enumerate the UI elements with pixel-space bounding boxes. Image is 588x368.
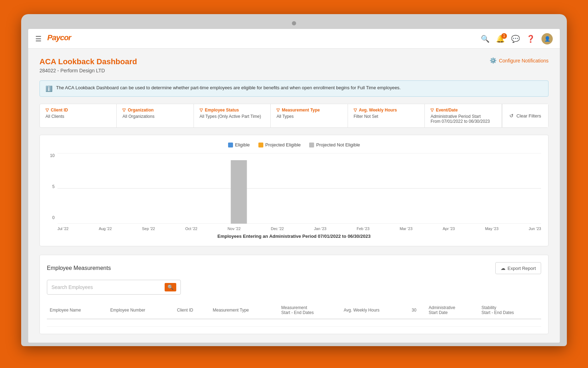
filter-organization[interactable]: ▽ Organization All Organizations	[117, 104, 194, 127]
main-content: ACA Lookback Dashboard 284022 - Perform …	[28, 49, 560, 343]
col-employee-number: Employee Number	[108, 302, 174, 319]
measurements-section: Employee Measurements ☁ Export Report 🔍	[39, 255, 549, 334]
search-input[interactable]	[51, 284, 165, 290]
projected-eligible-dot	[258, 143, 263, 147]
info-banner: ℹ️ The ACA Lookback Dashboard can be use…	[39, 80, 549, 97]
chat-icon[interactable]: 💬	[511, 35, 520, 43]
export-icon: ☁	[501, 265, 506, 271]
avatar[interactable]: 👤	[541, 33, 553, 44]
page-title-block: ACA Lookback Dashboard 284022 - Perform …	[39, 57, 137, 73]
chart-legend: Eligible Projected Eligible Projected No…	[47, 142, 541, 147]
bar-nov22	[231, 160, 247, 224]
page-title: ACA Lookback Dashboard	[39, 57, 137, 66]
table-body	[47, 319, 541, 327]
notification-icon[interactable]: 🔔 1	[496, 35, 505, 43]
projected-not-eligible-dot	[309, 143, 314, 147]
chart-container: Eligible Projected Eligible Projected No…	[39, 135, 549, 246]
measurements-title: Employee Measurements	[47, 265, 111, 271]
search-icon[interactable]: 🔍	[481, 35, 490, 43]
notification-badge: 1	[501, 33, 507, 39]
filter-funnel-icon-6: ▽	[430, 108, 434, 113]
col-stability-dates: StabilityStart - End Dates	[479, 302, 541, 319]
configure-notifications-button[interactable]: ⚙️ Configure Notifications	[490, 57, 549, 64]
col-measurement-dates: MeasurementStart - End Dates	[278, 302, 341, 319]
filter-event-date[interactable]: ▽ Event/Date Administrative Period Start…	[425, 104, 502, 127]
col-admin-start-date: AdministrativeStart Date	[426, 302, 479, 319]
col-measurement-type: Measurement Type	[210, 302, 278, 319]
y-axis: 0 5 10	[47, 153, 57, 231]
topbar-right: 🔍 🔔 1 💬 ❓ 👤	[481, 33, 553, 44]
topbar: ☰ Paycor 🔍 🔔 1 💬 ❓ 👤	[28, 29, 560, 49]
col-employee-name: Employee Name	[47, 302, 108, 319]
legend-projected-not-eligible: Projected Not Eligible	[309, 142, 360, 147]
info-icon: ℹ️	[45, 85, 53, 92]
filter-employee-status[interactable]: ▽ Employee Status All Types (Only Active…	[194, 104, 271, 127]
export-report-button[interactable]: ☁ Export Report	[495, 262, 541, 274]
filter-funnel-icon-3: ▽	[200, 108, 203, 113]
eligible-dot	[228, 143, 233, 147]
page-subtitle: 284022 - Perform Design LTD	[39, 68, 137, 73]
legend-eligible: Eligible	[228, 142, 250, 147]
filter-funnel-icon: ▽	[45, 108, 49, 113]
x-axis-labels: Jul '22 Aug '22 Sep '22 Oct '22 Nov '22 …	[57, 227, 541, 231]
search-bar: 🔍	[47, 280, 181, 295]
filter-avg-weekly-hours[interactable]: ▽ Avg. Weekly Hours Filter Not Set	[348, 104, 425, 127]
camera	[292, 21, 296, 25]
chart-x-label: Employees Entering an Administrative Per…	[47, 234, 541, 239]
filter-funnel-icon-4: ▽	[276, 108, 280, 113]
paycor-logo: Paycor	[47, 32, 82, 45]
chart-svg	[57, 153, 541, 224]
svg-text:Paycor: Paycor	[47, 33, 72, 42]
page-header: ACA Lookback Dashboard 284022 - Perform …	[39, 57, 549, 73]
gear-icon: ⚙️	[490, 57, 497, 64]
table-container: Employee Name Employee Number Client ID …	[47, 302, 541, 327]
chart-plot-area: Jul '22 Aug '22 Sep '22 Oct '22 Nov '22 …	[57, 153, 541, 231]
clear-filters-button[interactable]: ↺ Clear Filters	[502, 104, 548, 127]
filter-funnel-icon-2: ▽	[122, 108, 125, 113]
filter-measurement-type[interactable]: ▽ Measurement Type All Types	[271, 104, 348, 127]
table-header: Employee Name Employee Number Client ID …	[47, 302, 541, 319]
help-icon[interactable]: ❓	[526, 35, 535, 43]
col-avg-weekly-hours: Avg. Weekly Hours	[341, 302, 409, 319]
screen: ☰ Paycor 🔍 🔔 1 💬 ❓ 👤	[28, 29, 560, 343]
filter-funnel-icon-5: ▽	[354, 108, 357, 113]
employee-table: Employee Name Employee Number Client ID …	[47, 302, 541, 327]
col-client-id: Client ID	[174, 302, 210, 319]
laptop-frame: ☰ Paycor 🔍 🔔 1 💬 ❓ 👤	[21, 14, 567, 346]
filter-client-id[interactable]: ▽ Client ID All Clients	[40, 104, 117, 127]
hamburger-icon[interactable]: ☰	[35, 35, 42, 43]
search-button[interactable]: 🔍	[165, 283, 176, 291]
col-30: 30	[409, 302, 426, 319]
measurements-header: Employee Measurements ☁ Export Report	[47, 262, 541, 274]
legend-projected-eligible: Projected Eligible	[258, 142, 301, 147]
table-row	[47, 319, 541, 327]
refresh-icon: ↺	[509, 113, 514, 119]
topbar-left: ☰ Paycor	[35, 32, 481, 45]
filters-bar: ▽ Client ID All Clients ▽ Organization A…	[39, 104, 549, 128]
